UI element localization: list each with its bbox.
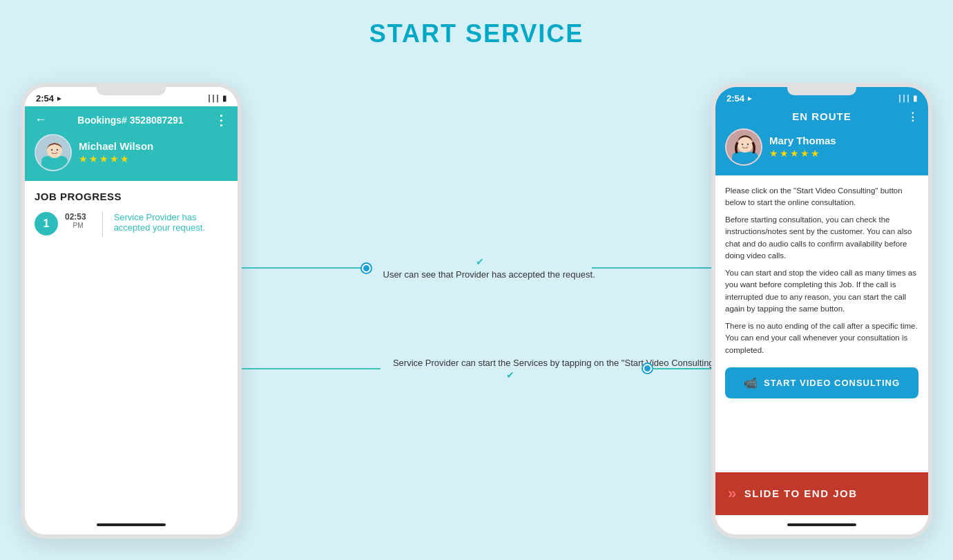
star-p2-1: ★ — [769, 148, 778, 159]
annotation-2: Service Provider can start the Services … — [242, 356, 711, 381]
phone-1: 2:54 ► ∣∣∣ ▮ ← Bookings# 3528087291 ⋮ — [21, 83, 242, 539]
slide-to-end-button[interactable]: » SLIDE TO END JOB — [715, 472, 928, 515]
annotation2-dot — [643, 364, 652, 373]
wifi-icon-2: ∣∣∣ — [898, 94, 910, 103]
booking-number: Bookings# 3528087291 — [77, 115, 183, 126]
star-p2-5: ★ — [811, 148, 820, 159]
star-3: ★ — [99, 153, 108, 164]
job-progress-title: JOB PROGRESS — [35, 191, 228, 202]
job-progress-section: JOB PROGRESS 1 02:53 PM Service Provider… — [25, 181, 238, 515]
stars: ★ ★ ★ ★ ★ — [79, 153, 153, 164]
svg-point-3 — [51, 148, 52, 150]
star-2: ★ — [89, 153, 98, 164]
en-route-title: EN ROUTE — [792, 110, 851, 122]
annotation2-line-left — [242, 368, 381, 369]
annotation1-line-right — [592, 267, 712, 269]
phone-2: 2:54 ► ∣∣∣ ▮ ← EN ROUTE ⋮ — [711, 83, 932, 539]
annotation2-check-icon: ✔ — [506, 369, 514, 380]
phone2-body: Please click on the "Start Video Consult… — [715, 175, 928, 472]
slide-chevron-icon: » — [728, 485, 738, 503]
phone2-paragraph3: You can start and stop the video call as… — [725, 267, 918, 315]
svg-point-8 — [742, 143, 743, 144]
phone2-profile-name: Mary Thomas — [769, 135, 836, 146]
progress-time: 02:53 — [65, 212, 91, 222]
svg-rect-6 — [732, 152, 758, 166]
svg-point-4 — [57, 148, 58, 150]
phone1-header: ← Bookings# 3528087291 ⋮ — [25, 106, 238, 181]
annotation2-text: Service Provider can start the Services … — [387, 358, 725, 368]
phone1-bottom-bar — [25, 515, 238, 534]
phone2-paragraph2: Before starting consultation, you can ch… — [725, 214, 918, 262]
phone2-more-icon[interactable]: ⋮ — [907, 110, 918, 123]
phone2-notch — [787, 87, 856, 95]
annotation2-line-right — [652, 368, 711, 369]
start-video-label: START VIDEO CONSULTING — [764, 378, 900, 388]
star-p2-4: ★ — [800, 148, 809, 159]
star-1: ★ — [79, 153, 88, 164]
progress-period: PM — [73, 222, 84, 229]
phone2-status-icons: ∣∣∣ ▮ — [898, 94, 917, 103]
phone2-stars: ★ ★ ★ ★ ★ — [769, 148, 836, 159]
svg-point-9 — [747, 143, 749, 144]
annotation-1: ✔ User can see that Provider has accepte… — [242, 255, 711, 280]
phone2-time: 2:54 ► — [726, 93, 753, 104]
star-5: ★ — [120, 153, 129, 164]
video-camera-icon: 📹 — [744, 376, 758, 389]
progress-step-number: 1 — [35, 212, 58, 235]
home-indicator — [97, 523, 166, 526]
progress-divider — [102, 212, 103, 237]
phone1-status-icons: ∣∣∣ ▮ — [207, 94, 227, 103]
page-title: START SERVICE — [369, 19, 584, 48]
annotation1-dot — [362, 264, 371, 273]
phone1-profile: Michael Wilson ★ ★ ★ ★ ★ — [35, 134, 228, 171]
phone1-time: 2:54 ► — [36, 93, 63, 104]
progress-item: 1 02:53 PM Service Provider has accepted… — [35, 212, 228, 237]
avatar-2 — [725, 128, 762, 166]
progress-text: Service Provider has accepted your reque… — [114, 212, 228, 233]
svg-point-7 — [738, 137, 753, 153]
annotation1-line-left — [242, 267, 362, 269]
phone2-profile: Mary Thomas ★ ★ ★ ★ ★ — [725, 128, 918, 166]
more-icon[interactable]: ⋮ — [214, 112, 228, 128]
star-p2-2: ★ — [780, 148, 789, 159]
star-4: ★ — [110, 153, 119, 164]
phone2-bottom-bar — [715, 515, 928, 534]
battery-icon: ▮ — [222, 94, 227, 103]
back-icon[interactable]: ← — [35, 113, 47, 127]
phone2-header: ← EN ROUTE ⋮ — [715, 106, 928, 175]
home-indicator-2 — [787, 523, 856, 526]
battery-icon-2: ▮ — [913, 94, 917, 103]
phone2-paragraph4: There is no auto ending of the call afte… — [725, 320, 918, 356]
phone-notch — [97, 87, 166, 95]
star-p2-3: ★ — [790, 148, 799, 159]
annotation1-text: User can see that Provider has accepted … — [378, 269, 601, 280]
annotations-area: ✔ User can see that Provider has accepte… — [242, 83, 711, 539]
wifi-icon: ∣∣∣ — [207, 94, 220, 103]
annotation1-check-icon: ✔ — [476, 256, 484, 267]
start-video-consulting-button[interactable]: 📹 START VIDEO CONSULTING — [725, 367, 918, 398]
slide-to-end-label: SLIDE TO END JOB — [744, 487, 858, 499]
phone2-paragraph1: Please click on the "Start Video Consult… — [725, 185, 918, 209]
profile-name: Michael Wilson — [79, 140, 153, 152]
svg-rect-1 — [41, 156, 68, 171]
avatar — [35, 134, 72, 171]
